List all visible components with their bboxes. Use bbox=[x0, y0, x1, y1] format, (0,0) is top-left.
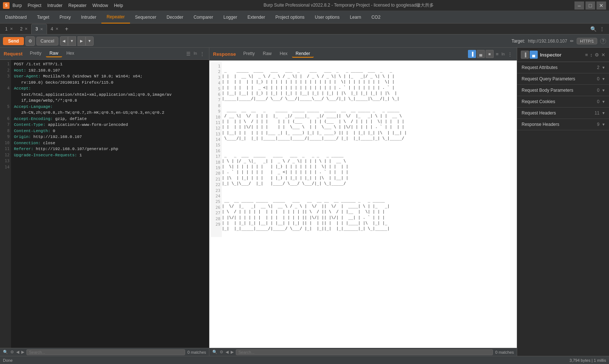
cancel-button[interactable]: Cancel bbox=[36, 37, 58, 46]
http-help-icon[interactable]: ? bbox=[600, 38, 606, 44]
inspector-row-body-params[interactable]: Request Body Parameters 0 ▾ bbox=[517, 85, 609, 96]
tabs-bar: 1 ✕ 2 ✕ 3 ✕ 4 ✕ + 🔍 ⋮ bbox=[0, 23, 609, 34]
menu-project[interactable]: Project bbox=[28, 3, 41, 8]
chevron-down-icon: ▾ bbox=[602, 65, 605, 70]
response-panel-title: Response bbox=[213, 51, 236, 57]
response-tab-hex[interactable]: Hex bbox=[276, 50, 291, 58]
nav-co2[interactable]: CO2 bbox=[366, 11, 386, 23]
inspector-row-response-headers[interactable]: Response Headers 9 ▾ bbox=[517, 119, 609, 130]
nav-intruder[interactable]: Intruder bbox=[76, 11, 101, 23]
request-tab-raw[interactable]: Raw bbox=[46, 50, 62, 57]
menu-burp[interactable]: Burp bbox=[12, 3, 22, 8]
response-tab-render[interactable]: Render bbox=[292, 50, 314, 58]
tab-1-close[interactable]: ✕ bbox=[10, 27, 13, 31]
view-toggle-top[interactable]: ▄ bbox=[477, 50, 485, 58]
send-button[interactable]: Send bbox=[3, 37, 24, 45]
statusbar-right: 3,794 bytes | 1 millis bbox=[570, 358, 606, 363]
request-nav-back[interactable]: ◀ bbox=[16, 350, 19, 354]
request-pretty-icon[interactable]: ☰ bbox=[185, 50, 191, 57]
add-tab-button[interactable]: + bbox=[62, 26, 71, 32]
tab-3[interactable]: 3 ✕ bbox=[31, 24, 47, 34]
inspector-settings-icon[interactable]: ⚙ bbox=[595, 52, 599, 58]
tab-2-close[interactable]: ✕ bbox=[25, 27, 28, 31]
response-indent-icon[interactable]: ≡ bbox=[495, 51, 500, 58]
nav-target[interactable]: Target bbox=[32, 11, 54, 23]
inspector-toggle-2[interactable]: ▄ bbox=[530, 51, 538, 59]
response-ln-icon[interactable]: ln bbox=[501, 51, 505, 57]
tab-4[interactable]: 4 ✕ bbox=[47, 24, 62, 34]
inspector-toggle-1[interactable]: ▐ bbox=[521, 51, 529, 59]
nav-repeater[interactable]: Repeater bbox=[101, 11, 130, 23]
tab-1[interactable]: 1 ✕ bbox=[1, 24, 17, 34]
menu-window[interactable]: Window bbox=[92, 3, 108, 8]
nav-extender[interactable]: Extender bbox=[242, 11, 270, 23]
nav-logger[interactable]: Logger bbox=[218, 11, 242, 23]
target-url-label: http://192.168.0.107 bbox=[528, 39, 567, 44]
response-nav-forward[interactable]: ▶ bbox=[231, 350, 234, 354]
menu-repeater[interactable]: Repeater bbox=[68, 3, 86, 8]
request-nav-forward[interactable]: ▶ bbox=[21, 350, 24, 354]
inspector-expand-icon[interactable]: ↕ bbox=[590, 52, 593, 58]
nav-sequencer[interactable]: Sequencer bbox=[130, 11, 162, 23]
response-tab-pretty[interactable]: Pretty bbox=[239, 50, 258, 58]
request-ln-icon[interactable]: ln bbox=[193, 50, 198, 57]
inspector-row-cookies[interactable]: Request Cookies 0 ▾ bbox=[517, 96, 609, 108]
tab-4-close[interactable]: ✕ bbox=[55, 27, 58, 31]
request-search-input[interactable] bbox=[26, 349, 185, 355]
settings-button[interactable]: ⚙ bbox=[25, 36, 35, 46]
tab-search-icon[interactable]: 🔍 bbox=[590, 26, 597, 32]
nav-proxy[interactable]: Proxy bbox=[54, 11, 76, 23]
response-search-input[interactable] bbox=[236, 349, 493, 355]
statusbar: Done 3,794 bytes | 1 millis bbox=[0, 356, 609, 364]
response-matches: 0 matches bbox=[495, 350, 514, 354]
window-controls: – □ ✕ bbox=[574, 1, 606, 10]
inspector-row-query-params[interactable]: Request Query Parameters 0 ▾ bbox=[517, 73, 609, 85]
tab-2[interactable]: 2 ✕ bbox=[17, 24, 32, 34]
response-render-area: 12345 678910 1112131415 1617181920 21222… bbox=[209, 61, 517, 348]
request-settings-icon[interactable]: ⚙ bbox=[10, 350, 14, 354]
maximize-button[interactable]: □ bbox=[585, 1, 595, 10]
menu-intruder[interactable]: Intruder bbox=[47, 3, 62, 8]
menu-help[interactable]: Help bbox=[114, 3, 123, 8]
request-more-icon[interactable]: ⋮ bbox=[199, 50, 205, 57]
nav-decoder[interactable]: Decoder bbox=[162, 11, 188, 23]
inspector-row-request-headers[interactable]: Request Headers 11 ▾ bbox=[517, 108, 609, 119]
tab-more-icon[interactable]: ⋮ bbox=[599, 26, 605, 32]
nav-user-options[interactable]: User options bbox=[310, 11, 345, 23]
nav-forward-down-button[interactable]: ▼ bbox=[86, 36, 94, 46]
response-nav-back[interactable]: ◀ bbox=[226, 350, 228, 354]
request-line-numbers: 123 4 5 6789 1011121314 bbox=[0, 60, 11, 348]
view-toggle-side[interactable]: ▐ bbox=[468, 50, 476, 58]
request-panel-title: Request bbox=[4, 51, 22, 57]
nav-back-button[interactable]: ◀ bbox=[60, 36, 68, 46]
response-more-icon[interactable]: ⋮ bbox=[507, 51, 513, 58]
request-tab-hex[interactable]: Hex bbox=[63, 50, 78, 57]
response-tab-raw[interactable]: Raw bbox=[259, 50, 275, 58]
inspector-panel: ▐ ▄ Inspector ≡ ↕ ⚙ ✕ Request Attributes… bbox=[517, 48, 609, 356]
nav-forward-button[interactable]: ▶ bbox=[78, 36, 86, 46]
nav-comparer[interactable]: Comparer bbox=[188, 11, 218, 23]
view-toggle-request[interactable]: ■ bbox=[486, 50, 494, 58]
request-tab-pretty[interactable]: Pretty bbox=[26, 50, 45, 57]
http-version-badge[interactable]: HTTP/1 bbox=[577, 38, 597, 44]
request-search-icon[interactable]: 🔍 bbox=[3, 350, 8, 354]
request-code-area: 123 4 5 6789 1011121314 POST /1.txt HTTP… bbox=[0, 60, 209, 348]
app-icon: S bbox=[3, 2, 10, 9]
minimize-button[interactable]: – bbox=[574, 1, 584, 10]
inspector-align-icon[interactable]: ≡ bbox=[585, 52, 588, 58]
nav-project-options[interactable]: Project options bbox=[270, 11, 310, 23]
tab-3-close[interactable]: ✕ bbox=[40, 27, 43, 31]
window-title: Burp Suite Professional v2022.8.2 - Temp… bbox=[123, 2, 574, 8]
response-settings-icon[interactable]: ⚙ bbox=[220, 350, 223, 354]
nav-down-button[interactable]: ▼ bbox=[68, 36, 76, 46]
close-button[interactable]: ✕ bbox=[597, 1, 606, 10]
inspector-row-request-attributes[interactable]: Request Attributes 2 ▾ bbox=[517, 62, 609, 73]
target-prefix-label: Target: bbox=[512, 39, 525, 44]
navbar: Dashboard Target Proxy Intruder Repeater… bbox=[0, 11, 609, 23]
response-search-icon[interactable]: 🔍 bbox=[212, 350, 217, 354]
nav-dashboard[interactable]: Dashboard bbox=[0, 11, 32, 23]
inspector-close-icon[interactable]: ✕ bbox=[601, 52, 605, 58]
edit-target-icon[interactable]: ✏ bbox=[570, 39, 574, 44]
request-code-content[interactable]: POST /1.txt HTTP/1.1 Host: 192.168.0.107… bbox=[11, 60, 209, 348]
nav-learn[interactable]: Learn bbox=[345, 11, 366, 23]
